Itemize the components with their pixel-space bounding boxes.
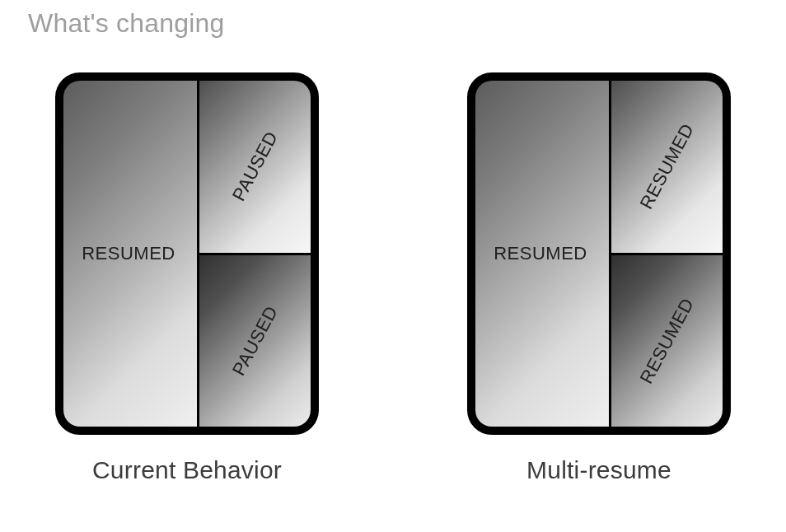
app-right-column-current: PAUSED PAUSED — [199, 81, 311, 427]
device-frame-multiresume: RESUMED RESUMED RESUMED — [467, 72, 731, 435]
app-pane-top-right-multiresume: RESUMED — [611, 81, 723, 255]
app-state-label: RESUMED — [635, 295, 698, 387]
app-state-label: RESUMED — [494, 243, 587, 264]
app-state-label: RESUMED — [82, 243, 175, 264]
app-state-label: PAUSED — [227, 128, 282, 205]
devices-row: RESUMED PAUSED PAUSED Current Behavior R… — [0, 72, 786, 484]
app-pane-left-current: RESUMED — [63, 81, 199, 427]
app-pane-top-right-current: PAUSED — [199, 81, 311, 255]
app-pane-bottom-right-current: PAUSED — [199, 255, 311, 427]
app-state-label: RESUMED — [635, 120, 698, 212]
device-caption-current: Current Behavior — [92, 456, 282, 484]
device-screen-current: RESUMED PAUSED PAUSED — [63, 81, 311, 427]
device-block-current: RESUMED PAUSED PAUSED Current Behavior — [55, 72, 319, 484]
page-heading: What's changing — [28, 8, 225, 39]
device-caption-multiresume: Multi-resume — [526, 456, 671, 484]
app-state-label: PAUSED — [227, 302, 282, 379]
device-frame-current: RESUMED PAUSED PAUSED — [55, 72, 319, 435]
device-block-multiresume: RESUMED RESUMED RESUMED Multi-resume — [467, 72, 731, 484]
app-pane-bottom-right-multiresume: RESUMED — [611, 255, 723, 427]
app-pane-left-multiresume: RESUMED — [475, 81, 611, 427]
device-screen-multiresume: RESUMED RESUMED RESUMED — [475, 81, 723, 427]
app-right-column-multiresume: RESUMED RESUMED — [611, 81, 723, 427]
